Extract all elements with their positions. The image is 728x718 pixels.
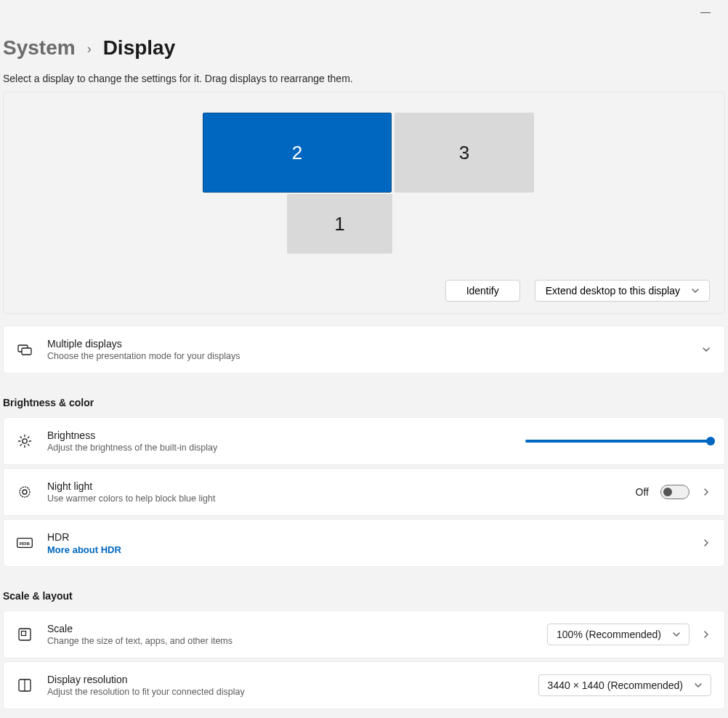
svg-point-12 — [20, 487, 30, 497]
resolution-title: Display resolution — [47, 674, 538, 685]
scale-select-value: 100% (Recommended) — [557, 629, 661, 640]
hdr-icon: HDR — [17, 535, 33, 551]
chevron-down-icon — [690, 286, 700, 296]
monitor-3[interactable]: 3 — [395, 113, 534, 193]
resolution-icon — [17, 677, 33, 693]
chevron-right-icon — [701, 487, 711, 497]
identify-button-label: Identify — [466, 285, 499, 297]
brightness-sub: Adjust the brightness of the built-in di… — [47, 443, 525, 453]
night-light-icon — [17, 484, 33, 500]
chevron-right-icon: › — [87, 41, 92, 57]
chevron-right-icon — [701, 629, 711, 640]
multiple-displays-sub: Choose the presentation mode for your di… — [47, 351, 701, 361]
extend-mode-dropdown[interactable]: Extend desktop to this display — [535, 280, 710, 302]
hdr-link[interactable]: More about HDR — [47, 544, 701, 555]
brightness-icon — [17, 433, 33, 449]
scale-row[interactable]: Scale Change the size of text, apps, and… — [3, 610, 725, 658]
svg-line-8 — [28, 445, 30, 446]
hdr-row[interactable]: HDR HDR More about HDR — [3, 519, 725, 567]
scale-sub: Change the size of text, apps, and other… — [47, 636, 547, 646]
svg-point-2 — [23, 439, 27, 443]
brightness-row: Brightness Adjust the brightness of the … — [3, 417, 725, 465]
brightness-slider-thumb[interactable] — [706, 437, 715, 445]
display-arranger: 231 Identify Extend desktop to this disp… — [3, 92, 725, 314]
resolution-select[interactable]: 3440 × 1440 (Recommended) — [538, 674, 711, 696]
resolution-select-value: 3440 × 1440 (Recommended) — [548, 679, 683, 691]
brightness-slider[interactable] — [525, 440, 711, 443]
svg-rect-16 — [22, 632, 26, 636]
identify-button[interactable]: Identify — [445, 280, 520, 302]
svg-rect-1 — [22, 348, 31, 355]
extend-mode-label: Extend desktop to this display — [546, 285, 680, 297]
svg-line-10 — [28, 437, 30, 438]
breadcrumb-parent[interactable]: System — [3, 36, 76, 60]
scale-title: Scale — [47, 623, 547, 634]
monitor-2[interactable]: 2 — [203, 113, 392, 193]
breadcrumb: System › Display — [0, 0, 728, 60]
svg-rect-15 — [19, 629, 31, 640]
section-scale-layout: Scale & layout — [0, 570, 728, 608]
monitor-1[interactable]: 1 — [287, 194, 392, 254]
night-light-toggle[interactable] — [660, 485, 689, 499]
svg-line-7 — [20, 437, 22, 438]
scale-select[interactable]: 100% (Recommended) — [547, 624, 689, 645]
resolution-sub: Adjust the resolution to fit your connec… — [47, 687, 538, 697]
svg-point-11 — [23, 490, 27, 494]
multiple-displays-icon — [17, 342, 33, 358]
minimize-button[interactable]: — — [700, 6, 711, 17]
svg-text:HDR: HDR — [20, 541, 31, 546]
arranger-help-text: Select a display to change the settings … — [0, 60, 728, 92]
chevron-down-icon — [693, 680, 703, 690]
svg-line-9 — [20, 445, 22, 446]
night-light-state: Off — [636, 486, 649, 498]
scale-icon — [17, 626, 33, 642]
night-light-sub: Use warmer colors to help block blue lig… — [47, 493, 636, 504]
night-light-title: Night light — [47, 480, 636, 492]
chevron-right-icon — [701, 538, 711, 548]
page-title: Display — [103, 36, 176, 60]
chevron-down-icon — [701, 344, 711, 355]
multiple-displays-row[interactable]: Multiple displays Choose the presentatio… — [3, 326, 725, 374]
chevron-down-icon — [671, 629, 682, 640]
multiple-displays-title: Multiple displays — [47, 338, 701, 350]
night-light-row[interactable]: Night light Use warmer colors to help bl… — [3, 468, 725, 516]
hdr-title: HDR — [47, 531, 701, 543]
brightness-title: Brightness — [47, 429, 525, 441]
section-brightness-color: Brightness & color — [0, 376, 728, 414]
resolution-row: Display resolution Adjust the resolution… — [3, 661, 725, 709]
